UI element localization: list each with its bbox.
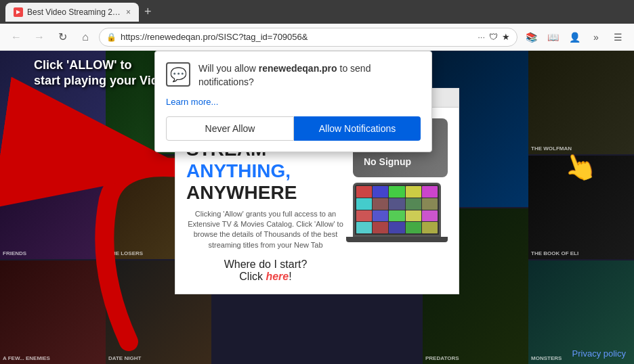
thumb-15 — [422, 210, 438, 222]
headline-anything-anywhere: ANYTHING, ANYWHERE — [186, 160, 345, 204]
forward-button[interactable]: → — [30, 28, 49, 47]
cta-here-link[interactable]: here — [266, 271, 289, 282]
thumb-9 — [406, 198, 421, 210]
url-display: https://renewedeqan.pro/SISC?tag_id=7090… — [121, 32, 473, 42]
learn-more-link[interactable]: Learn more... — [166, 97, 421, 107]
home-button[interactable]: ⌂ — [76, 28, 95, 47]
headline-anywhere: ANYWHERE — [186, 182, 297, 203]
thumb-16 — [356, 222, 372, 233]
security-icon: 🔒 — [106, 32, 117, 42]
thumb-8 — [389, 198, 404, 210]
refresh-button[interactable]: ↻ — [53, 28, 72, 47]
address-bar[interactable]: 🔒 https://renewedeqan.pro/SISC?tag_id=70… — [99, 28, 517, 47]
bookmark-icon[interactable]: ★ — [502, 32, 510, 42]
thumb-19 — [406, 222, 421, 233]
tab-bar: ▶ Best Video Streaming 2018 × + — [0, 0, 634, 24]
more-tools-button[interactable]: » — [587, 28, 606, 47]
thumb-20 — [422, 222, 438, 233]
bookmarks-button[interactable]: 📚 — [522, 28, 541, 47]
url-more-button[interactable]: ··· — [478, 32, 485, 42]
privacy-policy-link[interactable]: Privacy policy — [572, 348, 626, 359]
thumb-13 — [389, 210, 404, 222]
navigation-bar: ← → ↻ ⌂ 🔒 https://renewedeqan.pro/SISC?t… — [0, 24, 634, 51]
thumb-5 — [422, 186, 438, 198]
popup-header: 💬 Will you allow renewedeqan.pro to send… — [166, 62, 421, 89]
movie-poster-friends: FRIENDS — [0, 156, 106, 259]
thumb-3 — [389, 186, 404, 198]
reader-mode-button[interactable]: 📖 — [543, 28, 562, 47]
tab-title: Best Video Streaming 2018 — [27, 7, 122, 17]
allow-notifications-button[interactable]: Allow Notifications — [294, 116, 421, 141]
thumb-18 — [389, 222, 404, 233]
page-background: SALT FRIENDS A FEW... ENEMIES GREEN ZONE… — [0, 51, 634, 364]
laptop-screen — [353, 183, 441, 237]
website-message-description: Clicking 'Allow' grants you full access … — [186, 209, 345, 251]
notification-icon: 💬 — [166, 62, 190, 87]
movie-poster-wolfman: THE WOLFMAN — [528, 51, 634, 154]
never-allow-button[interactable]: Never Allow — [166, 116, 294, 141]
popup-question-text: Will you allow renewedeqan.pro to send n… — [198, 62, 421, 89]
thumb-11 — [356, 210, 372, 222]
shield-icon: 🛡 — [489, 32, 498, 42]
close-tab-button[interactable]: × — [126, 7, 131, 17]
nav-right-icons: 📚 📖 👤 » ☰ — [522, 28, 627, 47]
headline-anything: ANYTHING, — [186, 160, 291, 181]
click-allow-overlay-text: Click 'ALLOW' to start playing your Vide… — [34, 58, 173, 89]
back-button[interactable]: ← — [7, 28, 26, 47]
website-message-cta: Where do I start? Click here! — [186, 258, 345, 283]
popup-domain: renewedeqan.pro — [259, 63, 337, 74]
thumb-4 — [406, 186, 421, 198]
laptop-base — [346, 237, 448, 242]
tab-favicon: ▶ — [14, 7, 23, 17]
account-button[interactable]: 👤 — [565, 28, 584, 47]
laptop-screen-grid — [355, 185, 439, 235]
laptop-image — [353, 183, 448, 242]
movie-poster-enemies: A FEW... ENEMIES — [0, 260, 106, 364]
popup-buttons: Never Allow Allow Notifications — [166, 116, 421, 141]
thumb-12 — [373, 210, 388, 222]
thumb-10 — [422, 198, 438, 210]
thumb-1 — [356, 186, 372, 198]
active-tab[interactable]: ▶ Best Video Streaming 2018 × — [5, 3, 139, 22]
new-tab-button[interactable]: + — [142, 5, 154, 19]
thumb-14 — [406, 210, 421, 222]
thumb-6 — [356, 198, 372, 210]
thumb-2 — [373, 186, 388, 198]
notification-popup: 💬 Will you allow renewedeqan.pro to send… — [154, 51, 432, 152]
thumb-17 — [373, 222, 388, 233]
thumb-7 — [373, 198, 388, 210]
menu-button[interactable]: ☰ — [608, 28, 627, 47]
